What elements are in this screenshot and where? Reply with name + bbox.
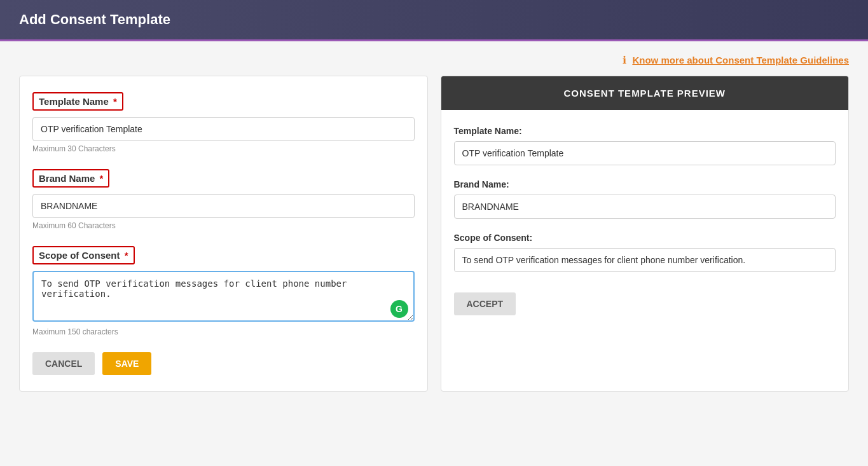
- brand-name-input[interactable]: [32, 194, 415, 218]
- preview-brand-name-field: Brand Name: BRANDNAME: [454, 179, 836, 219]
- preview-body: Template Name: OTP verification Template…: [441, 110, 849, 331]
- brand-name-label: Brand Name *: [32, 169, 109, 188]
- content-area: ℹ Know more about Consent Template Guide…: [0, 41, 868, 404]
- grammarly-icon: G: [390, 300, 408, 318]
- scope-of-consent-hint: Maximum 150 characters: [32, 327, 415, 336]
- accept-button[interactable]: ACCEPT: [454, 292, 516, 315]
- scope-of-consent-group: Scope of Consent * To send OTP verificat…: [32, 246, 415, 336]
- preview-template-name-field: Template Name: OTP verification Template: [454, 126, 836, 165]
- template-name-hint: Maximum 30 Characters: [32, 144, 415, 153]
- preview-template-name-value: OTP verification Template: [454, 141, 836, 165]
- preview-scope-value: To send OTP verification messages for cl…: [454, 248, 836, 272]
- left-panel: Template Name * Maximum 30 Characters Br…: [19, 76, 428, 392]
- scope-textarea-wrapper: To send OTP verification messages for cl…: [32, 271, 415, 324]
- cancel-button[interactable]: CANCEL: [32, 352, 95, 375]
- preview-scope-label: Scope of Consent:: [454, 233, 836, 243]
- guidelines-section: ℹ Know more about Consent Template Guide…: [19, 54, 849, 66]
- brand-name-group: Brand Name * Maximum 60 Characters: [32, 169, 415, 230]
- preview-scope-field: Scope of Consent: To send OTP verificati…: [454, 233, 836, 272]
- preview-header: CONSENT TEMPLATE PREVIEW: [441, 76, 849, 110]
- button-row: CANCEL SAVE: [32, 352, 415, 375]
- brand-name-hint: Maximum 60 Characters: [32, 221, 415, 230]
- guidelines-link[interactable]: Know more about Consent Template Guideli…: [632, 55, 849, 65]
- preview-brand-name-label: Brand Name:: [454, 179, 836, 189]
- main-grid: Template Name * Maximum 30 Characters Br…: [19, 76, 849, 392]
- template-name-input[interactable]: [32, 117, 415, 141]
- info-icon: ℹ: [623, 55, 626, 65]
- scope-of-consent-textarea[interactable]: To send OTP verification messages for cl…: [32, 271, 415, 322]
- save-button[interactable]: SAVE: [102, 352, 151, 375]
- right-panel: CONSENT TEMPLATE PREVIEW Template Name: …: [441, 76, 850, 392]
- preview-brand-name-value: BRANDNAME: [454, 195, 836, 219]
- template-name-group: Template Name * Maximum 30 Characters: [32, 92, 415, 153]
- page-header: Add Consent Template: [0, 0, 868, 41]
- page-title: Add Consent Template: [19, 11, 849, 28]
- preview-template-name-label: Template Name:: [454, 126, 836, 136]
- scope-of-consent-label: Scope of Consent *: [32, 246, 135, 264]
- template-name-label: Template Name *: [32, 92, 123, 111]
